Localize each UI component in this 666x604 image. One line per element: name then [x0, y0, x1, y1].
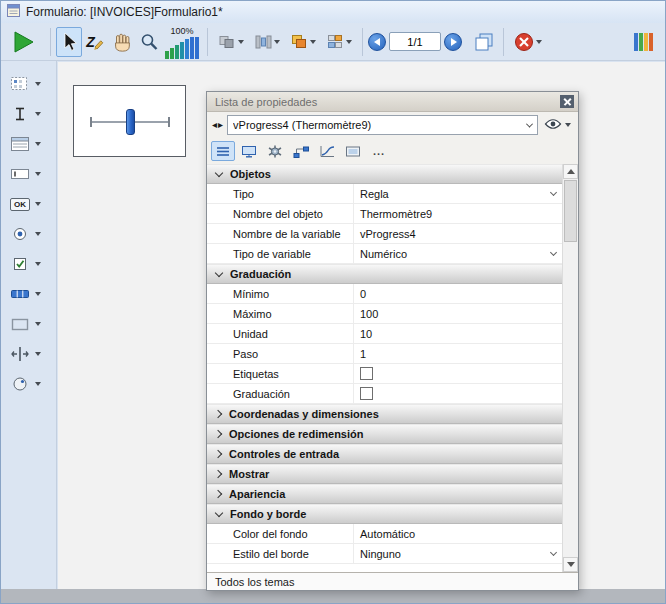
dropdown-arrow-icon[interactable] — [35, 142, 41, 146]
dial-icon — [8, 374, 32, 394]
pages-button[interactable] — [470, 27, 498, 57]
tool-dial[interactable] — [8, 372, 52, 396]
window-titlebar[interactable]: Formulario: [INVOICES]Formulario1* — [1, 1, 665, 23]
property-row-maximo: Máximo100 — [207, 304, 562, 324]
property-value-nombre-del-objeto[interactable]: Thermomètre9 — [353, 204, 562, 223]
dropdown-arrow-icon[interactable] — [35, 352, 41, 356]
prev-page-button[interactable] — [368, 33, 386, 51]
pencil-icon — [92, 38, 104, 51]
section-header-controles-de-entrada[interactable]: Controles de entrada — [207, 444, 562, 464]
zorder-tool-button[interactable]: Z — [82, 27, 108, 57]
section-label: Controles de entrada — [229, 448, 339, 460]
section-label: Graduación — [230, 268, 291, 280]
tool-radio[interactable] — [8, 222, 52, 246]
grid-style-dropdown-button[interactable] — [321, 27, 357, 57]
section-header-graduacion[interactable]: Graduación — [207, 264, 562, 284]
dropdown-arrow-icon[interactable] — [35, 292, 41, 296]
distribute-dropdown-button[interactable] — [249, 27, 285, 57]
property-value-tipo-de-variable[interactable]: Numérico — [353, 244, 562, 263]
tab-display[interactable] — [237, 141, 261, 161]
section-header-mostrar[interactable]: Mostrar — [207, 464, 562, 484]
slider-tick-left — [90, 117, 92, 127]
tool-static-text[interactable] — [8, 102, 52, 126]
dropdown-arrow-icon[interactable] — [35, 232, 41, 236]
object-selector-row: ◂ ▸ vProgress4 (Thermomètre9) — [207, 112, 578, 138]
scrollbar-thumb[interactable] — [564, 180, 577, 242]
scroll-up-icon[interactable] — [563, 164, 578, 179]
align-dropdown-button[interactable] — [213, 27, 249, 57]
toolbar-separator — [207, 28, 208, 56]
dropdown-arrow-icon[interactable] — [35, 262, 41, 266]
next-page-button[interactable] — [444, 33, 462, 51]
tool-tab-control[interactable] — [8, 282, 52, 306]
prev-object-button[interactable]: ◂ — [212, 120, 217, 130]
collapse-chevron-icon — [215, 508, 223, 516]
pan-tool-button[interactable] — [108, 27, 136, 57]
tool-checkbox[interactable] — [8, 252, 52, 276]
tool-fields[interactable] — [8, 72, 52, 96]
input-field-icon — [8, 164, 32, 184]
property-value-tipo[interactable]: Regla — [353, 184, 562, 203]
property-value-graduacion[interactable] — [353, 384, 562, 403]
dropdown-arrow-icon[interactable] — [35, 172, 41, 176]
stop-dropdown-button[interactable] — [509, 27, 547, 57]
scrollbar[interactable] — [562, 164, 578, 572]
property-value-maximo[interactable]: 100 — [353, 304, 562, 323]
themes-filter[interactable]: Todos los temas — [207, 572, 578, 590]
property-value-estilo-del-borde[interactable]: Ninguno — [353, 544, 562, 563]
property-value-etiquetas[interactable] — [353, 364, 562, 383]
checkbox-unchecked[interactable] — [360, 387, 373, 400]
properties-panel-titlebar[interactable]: Lista de propiedades — [207, 92, 578, 112]
dropdown-arrow-icon[interactable] — [35, 112, 41, 116]
property-row-etiquetas: Etiquetas — [207, 364, 562, 384]
section-header-fondo-y-borde[interactable]: Fondo y borde — [207, 504, 562, 524]
select-tool-button[interactable] — [56, 27, 82, 57]
splitter-icon — [8, 344, 32, 364]
tool-splitter[interactable] — [8, 342, 52, 366]
property-value-nombre-de-la-variable[interactable]: vProgress4 — [353, 224, 562, 243]
property-value-minimo[interactable]: 0 — [353, 284, 562, 303]
checkbox-unchecked[interactable] — [360, 367, 373, 380]
tool-listbox[interactable] — [8, 132, 52, 156]
slider-tick-right — [168, 117, 170, 127]
page-indicator-field[interactable]: 1/1 — [389, 32, 441, 51]
visibility-dropdown-button[interactable] — [542, 116, 573, 134]
tool-input[interactable] — [8, 162, 52, 186]
play-icon — [10, 29, 36, 55]
dropdown-arrow-icon[interactable] — [35, 322, 41, 326]
property-value-paso[interactable]: 1 — [353, 344, 562, 363]
scroll-down-icon[interactable] — [563, 557, 578, 572]
section-header-apariencia[interactable]: Apariencia — [207, 484, 562, 504]
tab-objects[interactable] — [211, 141, 235, 161]
property-value-text: 0 — [360, 288, 366, 300]
ruler-control[interactable] — [73, 85, 186, 157]
theme-palette-button[interactable] — [629, 27, 659, 57]
tab-settings[interactable] — [263, 141, 287, 161]
tab-datasource[interactable] — [289, 141, 313, 161]
fill-color-dropdown-button[interactable] — [285, 27, 321, 57]
tool-groupbox[interactable] — [8, 312, 52, 336]
zoom-tool-button[interactable] — [136, 27, 162, 57]
tab-events[interactable] — [315, 141, 339, 161]
property-value-text: 10 — [360, 328, 372, 340]
property-value-color-del-fondo[interactable]: Automático — [353, 524, 562, 543]
object-selector-combo[interactable]: vProgress4 (Thermomètre9) — [227, 115, 538, 135]
dropdown-arrow-icon[interactable] — [35, 82, 41, 86]
chevron-down-icon — [550, 189, 557, 196]
run-button[interactable] — [7, 27, 39, 57]
section-header-objetos[interactable]: Objetos — [207, 164, 562, 184]
tab-screen[interactable] — [341, 141, 365, 161]
property-value-unidad[interactable]: 10 — [353, 324, 562, 343]
tab-more[interactable]: ... — [367, 141, 391, 161]
nodes-icon — [292, 144, 310, 159]
dropdown-arrow-icon[interactable] — [35, 202, 41, 206]
next-object-button[interactable]: ▸ — [218, 120, 223, 130]
section-header-opciones-de-redimension[interactable]: Opciones de redimensión — [207, 424, 562, 444]
tab-bar-icon — [8, 284, 32, 304]
dropdown-arrow-icon[interactable] — [35, 382, 41, 386]
groupbox-icon — [8, 314, 32, 334]
tool-button[interactable]: OK — [8, 192, 52, 216]
zoom-level-control[interactable]: 100% — [165, 25, 199, 59]
close-icon[interactable] — [560, 95, 574, 108]
section-header-coordenadas-y-dimensiones[interactable]: Coordenadas y dimensiones — [207, 404, 562, 424]
